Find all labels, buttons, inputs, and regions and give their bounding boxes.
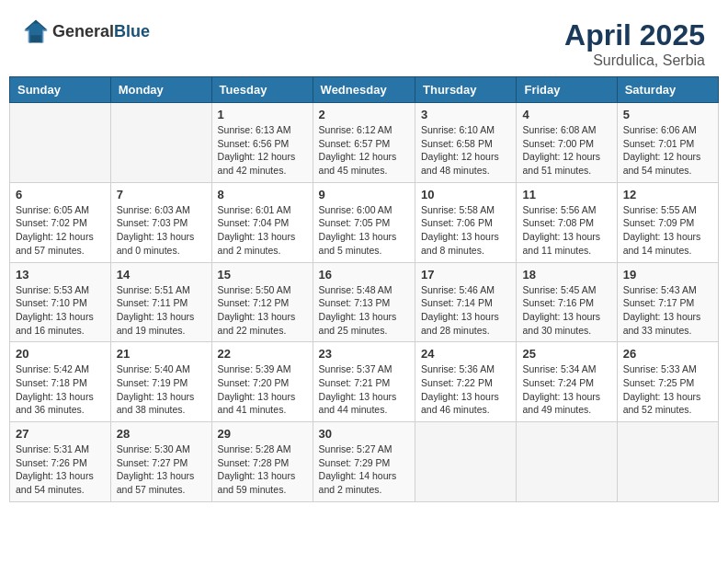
calendar-cell: 1Sunrise: 6:13 AM Sunset: 6:56 PM Daylig… (211, 103, 313, 183)
page-header: GeneralBlue April 2025 Surdulica, Serbia (9, 9, 719, 76)
day-number: 4 (522, 108, 610, 121)
calendar-cell: 21Sunrise: 5:40 AM Sunset: 7:19 PM Dayli… (110, 342, 211, 422)
calendar-cell: 10Sunrise: 5:58 AM Sunset: 7:06 PM Dayli… (415, 182, 517, 262)
day-info: Sunrise: 5:50 AM Sunset: 7:12 PM Dayligh… (218, 283, 307, 338)
day-number: 27 (16, 427, 105, 441)
day-info: Sunrise: 5:33 AM Sunset: 7:25 PM Dayligh… (623, 362, 712, 417)
calendar-cell: 17Sunrise: 5:46 AM Sunset: 7:14 PM Dayli… (415, 262, 517, 342)
day-info: Sunrise: 5:34 AM Sunset: 7:24 PM Dayligh… (522, 362, 610, 417)
day-info: Sunrise: 5:43 AM Sunset: 7:17 PM Dayligh… (623, 283, 712, 338)
calendar-cell: 11Sunrise: 5:56 AM Sunset: 7:08 PM Dayli… (517, 182, 617, 262)
calendar-cell: 12Sunrise: 5:55 AM Sunset: 7:09 PM Dayli… (617, 182, 718, 262)
day-info: Sunrise: 5:28 AM Sunset: 7:28 PM Dayligh… (218, 442, 307, 497)
calendar-cell: 13Sunrise: 5:53 AM Sunset: 7:10 PM Dayli… (10, 262, 111, 342)
calendar-cell: 24Sunrise: 5:36 AM Sunset: 7:22 PM Dayli… (415, 342, 517, 422)
calendar-cell: 29Sunrise: 5:28 AM Sunset: 7:28 PM Dayli… (211, 422, 313, 502)
column-header-monday: Monday (110, 77, 211, 103)
logo-general: General (52, 22, 114, 40)
day-info: Sunrise: 6:08 AM Sunset: 7:00 PM Dayligh… (522, 123, 610, 178)
calendar-week-row: 13Sunrise: 5:53 AM Sunset: 7:10 PM Dayli… (10, 262, 719, 342)
calendar-cell: 27Sunrise: 5:31 AM Sunset: 7:26 PM Dayli… (10, 422, 111, 502)
day-info: Sunrise: 5:42 AM Sunset: 7:18 PM Dayligh… (16, 362, 105, 417)
day-number: 28 (117, 427, 206, 441)
day-info: Sunrise: 5:53 AM Sunset: 7:10 PM Dayligh… (16, 283, 105, 338)
day-info: Sunrise: 5:45 AM Sunset: 7:16 PM Dayligh… (522, 283, 610, 338)
day-number: 11 (522, 188, 610, 201)
logo: GeneralBlue (23, 18, 150, 44)
calendar-week-row: 1Sunrise: 6:13 AM Sunset: 6:56 PM Daylig… (10, 103, 719, 183)
day-number: 24 (421, 347, 510, 361)
day-info: Sunrise: 6:01 AM Sunset: 7:04 PM Dayligh… (218, 203, 307, 258)
day-number: 12 (623, 188, 712, 201)
calendar-week-row: 27Sunrise: 5:31 AM Sunset: 7:26 PM Dayli… (10, 422, 719, 502)
day-number: 29 (218, 427, 307, 441)
day-info: Sunrise: 5:40 AM Sunset: 7:19 PM Dayligh… (117, 362, 206, 417)
day-info: Sunrise: 6:10 AM Sunset: 6:58 PM Dayligh… (421, 123, 510, 178)
calendar-cell: 23Sunrise: 5:37 AM Sunset: 7:21 PM Dayli… (313, 342, 415, 422)
day-info: Sunrise: 5:37 AM Sunset: 7:21 PM Dayligh… (319, 362, 409, 417)
calendar-table: SundayMondayTuesdayWednesdayThursdayFrid… (9, 76, 719, 502)
day-number: 19 (623, 268, 712, 282)
day-number: 8 (218, 188, 307, 201)
day-number: 9 (319, 188, 409, 201)
day-info: Sunrise: 5:36 AM Sunset: 7:22 PM Dayligh… (421, 362, 510, 417)
calendar-cell: 7Sunrise: 6:03 AM Sunset: 7:03 PM Daylig… (110, 182, 211, 262)
day-number: 23 (319, 347, 409, 361)
column-header-wednesday: Wednesday (313, 77, 415, 103)
calendar-cell (415, 422, 517, 502)
calendar-cell (617, 422, 718, 502)
calendar-cell: 19Sunrise: 5:43 AM Sunset: 7:17 PM Dayli… (617, 262, 718, 342)
day-number: 18 (522, 268, 610, 282)
day-number: 5 (623, 108, 712, 121)
day-number: 1 (218, 108, 307, 121)
day-info: Sunrise: 5:55 AM Sunset: 7:09 PM Dayligh… (623, 203, 712, 258)
calendar-week-row: 20Sunrise: 5:42 AM Sunset: 7:18 PM Dayli… (10, 342, 719, 422)
day-number: 26 (623, 347, 712, 361)
day-number: 21 (117, 347, 206, 361)
calendar-week-row: 6Sunrise: 6:05 AM Sunset: 7:02 PM Daylig… (10, 182, 719, 262)
calendar-cell: 26Sunrise: 5:33 AM Sunset: 7:25 PM Dayli… (617, 342, 718, 422)
day-number: 10 (421, 188, 510, 201)
day-number: 2 (319, 108, 409, 121)
calendar-cell: 15Sunrise: 5:50 AM Sunset: 7:12 PM Dayli… (211, 262, 313, 342)
day-info: Sunrise: 5:46 AM Sunset: 7:14 PM Dayligh… (421, 283, 510, 338)
day-number: 17 (421, 268, 510, 282)
calendar-cell: 5Sunrise: 6:06 AM Sunset: 7:01 PM Daylig… (617, 103, 718, 183)
calendar-cell: 14Sunrise: 5:51 AM Sunset: 7:11 PM Dayli… (110, 262, 211, 342)
day-info: Sunrise: 6:06 AM Sunset: 7:01 PM Dayligh… (623, 123, 712, 178)
day-info: Sunrise: 6:13 AM Sunset: 6:56 PM Dayligh… (218, 123, 307, 178)
calendar-cell (10, 103, 111, 183)
column-header-friday: Friday (517, 77, 617, 103)
calendar-cell: 9Sunrise: 6:00 AM Sunset: 7:05 PM Daylig… (313, 182, 415, 262)
day-number: 3 (421, 108, 510, 121)
calendar-cell: 2Sunrise: 6:12 AM Sunset: 6:57 PM Daylig… (313, 103, 415, 183)
day-info: Sunrise: 5:27 AM Sunset: 7:29 PM Dayligh… (319, 442, 409, 497)
calendar-cell: 18Sunrise: 5:45 AM Sunset: 7:16 PM Dayli… (517, 262, 617, 342)
location-title: Surdulica, Serbia (564, 52, 705, 69)
calendar-cell: 6Sunrise: 6:05 AM Sunset: 7:02 PM Daylig… (10, 182, 111, 262)
column-header-saturday: Saturday (617, 77, 718, 103)
day-number: 30 (319, 427, 409, 441)
calendar-cell: 25Sunrise: 5:34 AM Sunset: 7:24 PM Dayli… (517, 342, 617, 422)
month-title: April 2025 (564, 18, 705, 52)
day-number: 14 (117, 268, 206, 282)
column-header-tuesday: Tuesday (211, 77, 313, 103)
day-info: Sunrise: 5:56 AM Sunset: 7:08 PM Dayligh… (522, 203, 610, 258)
day-info: Sunrise: 5:30 AM Sunset: 7:27 PM Dayligh… (117, 442, 206, 497)
logo-blue: Blue (114, 22, 150, 40)
day-info: Sunrise: 5:48 AM Sunset: 7:13 PM Dayligh… (319, 283, 409, 338)
day-number: 20 (16, 347, 105, 361)
calendar-header-row: SundayMondayTuesdayWednesdayThursdayFrid… (10, 77, 719, 103)
calendar-cell: 22Sunrise: 5:39 AM Sunset: 7:20 PM Dayli… (211, 342, 313, 422)
calendar-cell: 8Sunrise: 6:01 AM Sunset: 7:04 PM Daylig… (211, 182, 313, 262)
column-header-sunday: Sunday (10, 77, 111, 103)
logo-icon (23, 18, 49, 44)
calendar-cell: 30Sunrise: 5:27 AM Sunset: 7:29 PM Dayli… (313, 422, 415, 502)
day-info: Sunrise: 6:05 AM Sunset: 7:02 PM Dayligh… (16, 203, 105, 258)
day-number: 6 (16, 188, 105, 201)
day-number: 15 (218, 268, 307, 282)
day-info: Sunrise: 6:03 AM Sunset: 7:03 PM Dayligh… (117, 203, 206, 258)
calendar-cell: 20Sunrise: 5:42 AM Sunset: 7:18 PM Dayli… (10, 342, 111, 422)
day-info: Sunrise: 5:58 AM Sunset: 7:06 PM Dayligh… (421, 203, 510, 258)
day-info: Sunrise: 5:51 AM Sunset: 7:11 PM Dayligh… (117, 283, 206, 338)
